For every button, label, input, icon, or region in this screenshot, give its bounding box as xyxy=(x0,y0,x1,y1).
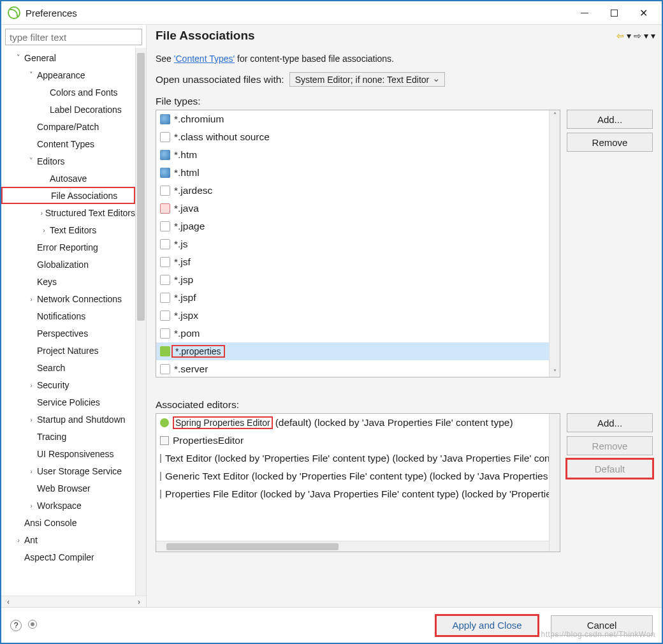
file-type-row[interactable]: *.js xyxy=(156,235,549,253)
tree-item[interactable]: Tracing xyxy=(1,428,135,445)
tree-item[interactable]: Notifications xyxy=(1,307,135,325)
tree-item[interactable]: ›Structured Text Editors xyxy=(1,204,135,221)
file-type-row[interactable]: *.class without source xyxy=(156,128,549,146)
tree-hscroll[interactable]: ‹› xyxy=(1,596,146,607)
tree-item[interactable]: File Associations xyxy=(1,187,135,204)
file-types-scrollbar[interactable]: ˄˅ xyxy=(549,110,560,377)
file-types-remove-button[interactable]: Remove xyxy=(567,133,653,152)
editors-remove-button[interactable]: Remove xyxy=(567,436,653,455)
back-icon[interactable]: ⇦ xyxy=(616,31,624,41)
associated-editors-label: Associated editors: xyxy=(156,399,653,411)
watermark: https://blog.csdn.net/ThinkWon xyxy=(541,630,655,639)
tree-item[interactable]: Project Natures xyxy=(1,342,135,359)
close-button[interactable]: ✕ xyxy=(629,3,658,23)
file-types-add-button[interactable]: Add... xyxy=(567,110,653,129)
editor-row[interactable]: Properties File Editor (locked by 'Java … xyxy=(156,485,549,503)
tree-item[interactable]: Globalization xyxy=(1,256,135,273)
tree-item[interactable]: ˅Editors xyxy=(1,152,135,170)
tree-item[interactable]: ›Workspace xyxy=(1,497,135,514)
preferences-tree[interactable]: ˅General˅AppearanceColors and FontsLabel… xyxy=(1,48,135,596)
tree-item[interactable]: Error Reporting xyxy=(1,238,135,256)
editor-row[interactable]: Generic Text Editor (locked by 'Properti… xyxy=(156,467,549,485)
tree-item[interactable]: UI Responsiveness xyxy=(1,445,135,462)
file-type-row[interactable]: *.jpage xyxy=(156,217,549,235)
tree-item[interactable]: Colors and Fonts xyxy=(1,84,135,101)
file-type-row[interactable]: *.server xyxy=(156,360,549,377)
tree-item[interactable]: Content Types xyxy=(1,135,135,152)
editors-vscroll[interactable] xyxy=(549,414,560,552)
editors-hscroll[interactable] xyxy=(156,541,549,552)
file-type-row[interactable]: *.jardesc xyxy=(156,182,549,200)
file-types-label: File types: xyxy=(156,96,653,107)
tree-item[interactable]: Ansi Console xyxy=(1,514,135,531)
associated-editors-list[interactable]: Spring Properties Editor (default) (lock… xyxy=(156,413,560,552)
window-title: Preferences xyxy=(26,8,77,18)
tree-item[interactable]: Compare/Patch xyxy=(1,118,135,135)
tree-item[interactable]: ›Security xyxy=(1,376,135,393)
tree-item[interactable]: Label Decorations xyxy=(1,101,135,118)
editor-icon xyxy=(160,418,169,427)
file-icon xyxy=(160,257,170,267)
tree-item[interactable]: ›Text Editors xyxy=(1,221,135,238)
tree-item[interactable]: ›Network Connections xyxy=(1,290,135,307)
tree-item[interactable]: ›Startup and Shutdown xyxy=(1,411,135,428)
file-type-row[interactable]: *.chromium xyxy=(156,110,549,128)
editors-default-button[interactable]: Default xyxy=(567,459,653,478)
file-icon xyxy=(160,132,170,142)
tree-scrollbar[interactable] xyxy=(135,48,146,596)
forward-icon[interactable]: ⇨ xyxy=(634,31,641,41)
file-type-row[interactable]: *.jspx xyxy=(156,307,549,325)
tree-item[interactable]: Perspectives xyxy=(1,325,135,342)
help-icon[interactable]: ? xyxy=(10,620,22,631)
file-icon xyxy=(160,168,170,178)
tree-item[interactable]: ›User Storage Service xyxy=(1,462,135,479)
tree-item[interactable]: Web Browser xyxy=(1,479,135,497)
minimize-button[interactable] xyxy=(570,3,599,23)
file-type-row[interactable]: *.html xyxy=(156,164,549,182)
tree-item[interactable]: Search xyxy=(1,359,135,376)
file-icon xyxy=(160,364,170,374)
title-bar: Preferences ✕ xyxy=(1,1,662,24)
tree-item[interactable]: ˅Appearance xyxy=(1,66,135,84)
file-icon xyxy=(160,275,170,285)
editor-row[interactable]: PropertiesEditor xyxy=(156,432,549,450)
tree-item[interactable]: Service Policies xyxy=(1,393,135,411)
file-type-row[interactable]: *.htm xyxy=(156,146,549,164)
editors-add-button[interactable]: Add... xyxy=(567,413,653,432)
apply-and-close-button[interactable]: Apply and Close xyxy=(436,615,538,636)
preferences-tree-panel: ˅General˅AppearanceColors and FontsLabel… xyxy=(1,25,147,607)
file-type-row[interactable]: *.jspf xyxy=(156,289,549,307)
filter-input[interactable] xyxy=(5,29,142,45)
app-icon xyxy=(8,6,20,19)
file-type-row[interactable]: *.java xyxy=(156,200,549,217)
file-icon xyxy=(160,346,170,356)
tree-item[interactable]: ˅General xyxy=(1,49,135,66)
editor-icon xyxy=(160,472,161,481)
file-icon xyxy=(160,150,170,160)
file-type-row[interactable]: *.properties xyxy=(156,342,549,360)
tree-item[interactable]: Autosave xyxy=(1,170,135,187)
tree-item[interactable]: ›Ant xyxy=(1,531,135,548)
content-types-link[interactable]: 'Content Types' xyxy=(174,54,235,64)
import-export-icon[interactable] xyxy=(28,620,37,629)
file-type-row[interactable]: *.pom xyxy=(156,325,549,342)
editor-icon xyxy=(160,454,161,463)
open-unassociated-label: Open unassociated files with: xyxy=(156,74,284,85)
page-title: File Associations xyxy=(156,29,255,43)
file-icon xyxy=(160,114,170,124)
editor-row[interactable]: Text Editor (locked by 'Properties File'… xyxy=(156,450,549,467)
file-type-row[interactable]: *.jsf xyxy=(156,253,549,271)
file-type-row[interactable]: *.jsp xyxy=(156,271,549,289)
open-unassociated-select[interactable]: System Editor; if none: Text Editor xyxy=(289,72,446,87)
editor-icon xyxy=(160,490,161,499)
tree-item[interactable]: Keys xyxy=(1,273,135,290)
maximize-button[interactable] xyxy=(599,3,629,23)
tree-item[interactable]: AspectJ Compiler xyxy=(1,548,135,566)
file-icon xyxy=(160,239,170,249)
file-icon xyxy=(160,293,170,303)
file-icon xyxy=(160,203,170,214)
editor-row[interactable]: Spring Properties Editor (default) (lock… xyxy=(156,414,549,432)
file-icon xyxy=(160,221,170,231)
editor-icon xyxy=(160,436,169,445)
file-types-list[interactable]: *.chromium*.class without source*.htm*.h… xyxy=(156,110,560,377)
